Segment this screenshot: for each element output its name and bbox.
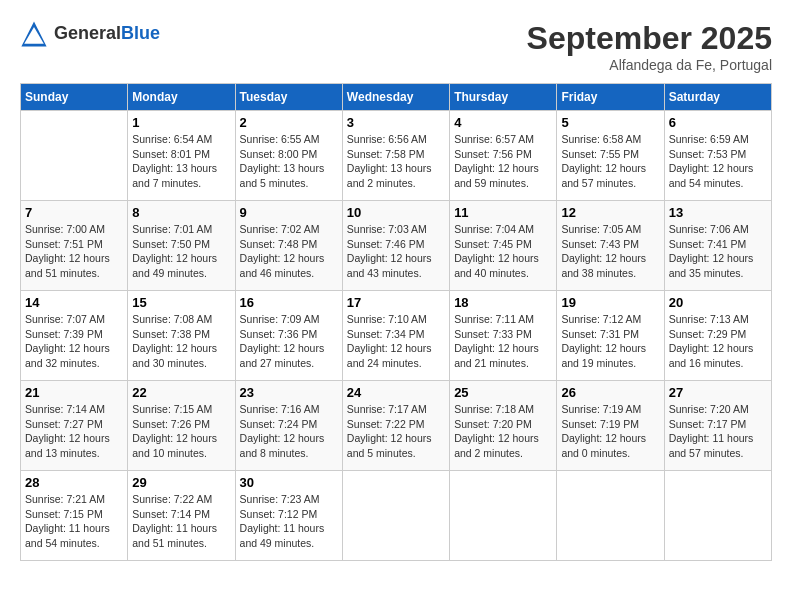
weekday-header-thursday: Thursday: [450, 84, 557, 111]
day-number: 19: [561, 295, 659, 310]
cell-info-line: Sunrise: 7:17 AM: [347, 403, 427, 415]
logo-general: General: [54, 23, 121, 43]
day-number: 3: [347, 115, 445, 130]
cell-info-line: Sunset: 7:19 PM: [561, 418, 639, 430]
calendar-cell: 13Sunrise: 7:06 AMSunset: 7:41 PMDayligh…: [664, 201, 771, 291]
cell-info-line: Daylight: 12 hours: [25, 252, 110, 264]
day-number: 22: [132, 385, 230, 400]
cell-info-line: Sunset: 7:43 PM: [561, 238, 639, 250]
cell-info-line: Sunrise: 6:55 AM: [240, 133, 320, 145]
day-number: 28: [25, 475, 123, 490]
cell-info-line: Sunset: 7:12 PM: [240, 508, 318, 520]
calendar-cell: [342, 471, 449, 561]
cell-info: Sunrise: 7:07 AMSunset: 7:39 PMDaylight:…: [25, 312, 123, 371]
day-number: 2: [240, 115, 338, 130]
cell-info-line: Daylight: 11 hours: [669, 432, 754, 444]
cell-info-line: Sunset: 7:34 PM: [347, 328, 425, 340]
cell-info: Sunrise: 7:21 AMSunset: 7:15 PMDaylight:…: [25, 492, 123, 551]
calendar-week-row: 7Sunrise: 7:00 AMSunset: 7:51 PMDaylight…: [21, 201, 772, 291]
weekday-header-wednesday: Wednesday: [342, 84, 449, 111]
cell-info-line: Sunset: 7:17 PM: [669, 418, 747, 430]
cell-info-line: Daylight: 12 hours: [132, 252, 217, 264]
cell-info: Sunrise: 7:13 AMSunset: 7:29 PMDaylight:…: [669, 312, 767, 371]
cell-info-line: Sunrise: 7:18 AM: [454, 403, 534, 415]
cell-info-line: and 54 minutes.: [25, 537, 100, 549]
cell-info: Sunrise: 7:05 AMSunset: 7:43 PMDaylight:…: [561, 222, 659, 281]
cell-info-line: Sunrise: 7:15 AM: [132, 403, 212, 415]
calendar-cell: 25Sunrise: 7:18 AMSunset: 7:20 PMDayligh…: [450, 381, 557, 471]
cell-info-line: Sunset: 7:41 PM: [669, 238, 747, 250]
cell-info-line: Sunrise: 6:58 AM: [561, 133, 641, 145]
cell-info-line: Sunrise: 7:12 AM: [561, 313, 641, 325]
cell-info-line: and 49 minutes.: [132, 267, 207, 279]
day-number: 16: [240, 295, 338, 310]
calendar-cell: 22Sunrise: 7:15 AMSunset: 7:26 PMDayligh…: [128, 381, 235, 471]
cell-info-line: and 46 minutes.: [240, 267, 315, 279]
calendar-cell: 28Sunrise: 7:21 AMSunset: 7:15 PMDayligh…: [21, 471, 128, 561]
cell-info-line: Sunrise: 6:57 AM: [454, 133, 534, 145]
cell-info-line: Sunset: 7:31 PM: [561, 328, 639, 340]
day-number: 30: [240, 475, 338, 490]
title-block: September 2025 Alfandega da Fe, Portugal: [527, 20, 772, 73]
month-title: September 2025: [527, 20, 772, 57]
calendar-cell: 14Sunrise: 7:07 AMSunset: 7:39 PMDayligh…: [21, 291, 128, 381]
cell-info-line: and 43 minutes.: [347, 267, 422, 279]
cell-info-line: Sunset: 7:50 PM: [132, 238, 210, 250]
cell-info-line: Sunrise: 7:08 AM: [132, 313, 212, 325]
cell-info: Sunrise: 7:08 AMSunset: 7:38 PMDaylight:…: [132, 312, 230, 371]
cell-info: Sunrise: 6:57 AMSunset: 7:56 PMDaylight:…: [454, 132, 552, 191]
calendar-cell: [450, 471, 557, 561]
cell-info-line: Sunrise: 7:00 AM: [25, 223, 105, 235]
calendar-cell: 24Sunrise: 7:17 AMSunset: 7:22 PMDayligh…: [342, 381, 449, 471]
weekday-header-saturday: Saturday: [664, 84, 771, 111]
calendar-cell: 5Sunrise: 6:58 AMSunset: 7:55 PMDaylight…: [557, 111, 664, 201]
calendar-cell: 20Sunrise: 7:13 AMSunset: 7:29 PMDayligh…: [664, 291, 771, 381]
cell-info-line: Sunset: 7:20 PM: [454, 418, 532, 430]
cell-info-line: Daylight: 12 hours: [132, 432, 217, 444]
day-number: 1: [132, 115, 230, 130]
cell-info-line: and 51 minutes.: [132, 537, 207, 549]
cell-info-line: Daylight: 12 hours: [669, 162, 754, 174]
cell-info-line: Sunrise: 7:13 AM: [669, 313, 749, 325]
cell-info: Sunrise: 7:00 AMSunset: 7:51 PMDaylight:…: [25, 222, 123, 281]
cell-info-line: Daylight: 12 hours: [669, 342, 754, 354]
calendar-cell: 16Sunrise: 7:09 AMSunset: 7:36 PMDayligh…: [235, 291, 342, 381]
cell-info-line: and 7 minutes.: [132, 177, 201, 189]
cell-info: Sunrise: 7:14 AMSunset: 7:27 PMDaylight:…: [25, 402, 123, 461]
cell-info-line: Sunset: 7:22 PM: [347, 418, 425, 430]
cell-info-line: Daylight: 11 hours: [25, 522, 110, 534]
cell-info-line: Sunrise: 7:19 AM: [561, 403, 641, 415]
cell-info-line: Sunrise: 7:02 AM: [240, 223, 320, 235]
cell-info-line: Sunrise: 7:07 AM: [25, 313, 105, 325]
cell-info-line: and 30 minutes.: [132, 357, 207, 369]
cell-info-line: Daylight: 13 hours: [132, 162, 217, 174]
cell-info-line: Sunrise: 7:21 AM: [25, 493, 105, 505]
cell-info: Sunrise: 7:23 AMSunset: 7:12 PMDaylight:…: [240, 492, 338, 551]
cell-info-line: Daylight: 12 hours: [454, 432, 539, 444]
cell-info: Sunrise: 6:54 AMSunset: 8:01 PMDaylight:…: [132, 132, 230, 191]
cell-info-line: and 5 minutes.: [240, 177, 309, 189]
cell-info-line: Sunset: 7:36 PM: [240, 328, 318, 340]
cell-info: Sunrise: 7:11 AMSunset: 7:33 PMDaylight:…: [454, 312, 552, 371]
cell-info-line: Sunrise: 7:10 AM: [347, 313, 427, 325]
calendar-cell: 4Sunrise: 6:57 AMSunset: 7:56 PMDaylight…: [450, 111, 557, 201]
calendar-cell: 9Sunrise: 7:02 AMSunset: 7:48 PMDaylight…: [235, 201, 342, 291]
calendar-cell: 3Sunrise: 6:56 AMSunset: 7:58 PMDaylight…: [342, 111, 449, 201]
cell-info-line: and 13 minutes.: [25, 447, 100, 459]
calendar-cell: 18Sunrise: 7:11 AMSunset: 7:33 PMDayligh…: [450, 291, 557, 381]
cell-info-line: Sunrise: 7:14 AM: [25, 403, 105, 415]
weekday-header-sunday: Sunday: [21, 84, 128, 111]
cell-info: Sunrise: 6:59 AMSunset: 7:53 PMDaylight:…: [669, 132, 767, 191]
cell-info-line: Daylight: 12 hours: [347, 252, 432, 264]
cell-info-line: Daylight: 13 hours: [240, 162, 325, 174]
calendar-cell: 10Sunrise: 7:03 AMSunset: 7:46 PMDayligh…: [342, 201, 449, 291]
cell-info-line: Sunset: 7:15 PM: [25, 508, 103, 520]
cell-info-line: Daylight: 12 hours: [454, 252, 539, 264]
cell-info-line: and 0 minutes.: [561, 447, 630, 459]
cell-info-line: and 59 minutes.: [454, 177, 529, 189]
cell-info-line: Sunset: 7:24 PM: [240, 418, 318, 430]
cell-info-line: Sunrise: 7:22 AM: [132, 493, 212, 505]
calendar-cell: 29Sunrise: 7:22 AMSunset: 7:14 PMDayligh…: [128, 471, 235, 561]
day-number: 27: [669, 385, 767, 400]
calendar-cell: [557, 471, 664, 561]
